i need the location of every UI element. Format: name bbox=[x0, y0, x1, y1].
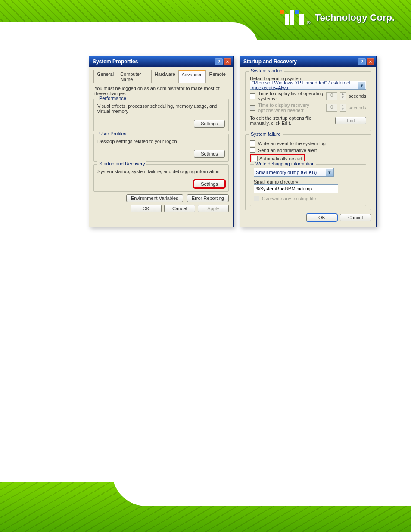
display-list-unit: seconds bbox=[349, 93, 366, 99]
tab-remote[interactable]: Remote bbox=[206, 70, 229, 83]
tab-hardware[interactable]: Hardware bbox=[151, 70, 179, 83]
write-event-label: Write an event to the system log bbox=[258, 141, 326, 146]
auto-restart-label: Automatically restart bbox=[259, 156, 302, 161]
write-debug-title: Write debugging information bbox=[254, 161, 316, 166]
system-failure-group: System failure Write an event to the sys… bbox=[245, 134, 371, 210]
startup-recovery-settings-button[interactable]: Settings bbox=[194, 180, 225, 188]
display-list-spinner[interactable]: ▲▼ bbox=[340, 92, 346, 100]
error-reporting-button[interactable]: Error Reporting bbox=[187, 194, 229, 202]
overwrite-label: Overwrite any existing file bbox=[262, 196, 316, 201]
tab-advanced[interactable]: Advanced bbox=[178, 70, 206, 83]
ok-button[interactable]: OK bbox=[131, 205, 162, 212]
system-failure-title: System failure bbox=[249, 131, 283, 137]
performance-desc: Visual effects, processor scheduling, me… bbox=[97, 103, 225, 114]
registered-mark: ® bbox=[307, 20, 311, 25]
user-profiles-group: User Profiles Desktop settings related t… bbox=[93, 134, 229, 162]
sysprop-titlebar[interactable]: System Properties ? × bbox=[89, 56, 233, 67]
send-alert-label: Send an administrative alert bbox=[258, 148, 317, 153]
logo-mark-icon bbox=[280, 10, 304, 25]
user-profiles-title: User Profiles bbox=[97, 131, 128, 136]
close-button[interactable]: × bbox=[367, 58, 374, 65]
dump-type-value: Small memory dump (64 KB) bbox=[256, 170, 317, 175]
environment-variables-button[interactable]: Environment Variables bbox=[126, 194, 183, 202]
user-profiles-settings-button[interactable]: Settings bbox=[194, 150, 225, 158]
ok-button[interactable]: OK bbox=[306, 214, 337, 221]
auto-restart-checkbox[interactable] bbox=[252, 156, 258, 161]
performance-settings-button[interactable]: Settings bbox=[194, 120, 225, 128]
help-button[interactable]: ? bbox=[215, 58, 223, 65]
display-recovery-label: Time to display recovery options when ne… bbox=[258, 103, 324, 113]
dump-dir-input[interactable] bbox=[254, 184, 338, 193]
system-startup-group: System startup Default operating system:… bbox=[245, 71, 371, 131]
cancel-button[interactable]: Cancel bbox=[340, 214, 371, 221]
send-alert-checkbox[interactable] bbox=[250, 147, 255, 153]
display-recovery-checkbox bbox=[250, 105, 255, 111]
default-os-select[interactable]: "Microsoft Windows XP Embedded" /fastdet… bbox=[250, 81, 366, 90]
write-event-checkbox[interactable] bbox=[250, 140, 255, 146]
startup-titlebar[interactable]: Startup and Recovery ? × bbox=[240, 56, 376, 67]
sysprop-tabs: General Computer Name Hardware Advanced … bbox=[93, 69, 229, 83]
startup-recovery-desc: System startup, system failure, and debu… bbox=[97, 169, 225, 174]
user-profiles-desc: Desktop settings related to your logon bbox=[97, 139, 225, 144]
edit-button[interactable]: Edit bbox=[335, 117, 366, 124]
edit-hint: To edit the startup options file manuall… bbox=[250, 115, 333, 126]
startup-title: Startup and Recovery bbox=[243, 59, 297, 65]
dump-type-select[interactable]: Small memory dump (64 KB) ▾ bbox=[254, 168, 334, 177]
display-list-checkbox[interactable] bbox=[250, 93, 255, 99]
startup-recovery-title: Startup and Recovery bbox=[97, 161, 146, 166]
dump-dir-label: Small dump directory: bbox=[254, 179, 362, 184]
display-list-label: Time to display list of operating system… bbox=[258, 91, 324, 101]
write-debug-group: Write debugging information Small memory… bbox=[250, 164, 366, 206]
system-startup-title: System startup bbox=[249, 68, 284, 73]
close-button[interactable]: × bbox=[224, 58, 231, 65]
startup-recovery-group: Startup and Recovery System startup, sys… bbox=[93, 164, 229, 192]
display-recovery-spinner: ▲▼ bbox=[340, 104, 346, 112]
help-button[interactable]: ? bbox=[358, 58, 366, 65]
performance-title: Performance bbox=[97, 96, 128, 101]
performance-group: Performance Visual effects, processor sc… bbox=[93, 99, 229, 131]
apply-button[interactable]: Apply bbox=[198, 205, 229, 212]
admin-note: You must be logged on as an Administrato… bbox=[94, 86, 228, 96]
sysprop-title: System Properties bbox=[93, 59, 138, 65]
header-white-fill bbox=[0, 40, 411, 53]
system-properties-window: System Properties ? × General Computer N… bbox=[89, 56, 234, 227]
brand-text: Technology Corp. bbox=[315, 12, 395, 23]
display-recovery-seconds: 0 bbox=[326, 104, 337, 112]
tab-computer-name[interactable]: Computer Name bbox=[117, 70, 152, 83]
overwrite-checkbox bbox=[254, 196, 259, 201]
footer-white-swoosh bbox=[112, 472, 411, 506]
cancel-button[interactable]: Cancel bbox=[164, 205, 195, 212]
brand-logo: ® Technology Corp. bbox=[280, 10, 395, 25]
display-list-seconds[interactable]: 0 bbox=[326, 92, 337, 100]
chevron-down-icon: ▾ bbox=[358, 82, 365, 89]
display-recovery-unit: seconds bbox=[349, 105, 366, 110]
chevron-down-icon: ▾ bbox=[326, 169, 333, 176]
startup-recovery-window: Startup and Recovery ? × System startup … bbox=[240, 56, 377, 227]
default-os-value: "Microsoft Windows XP Embedded" /fastdet… bbox=[252, 80, 364, 90]
tab-general[interactable]: General bbox=[93, 70, 117, 83]
